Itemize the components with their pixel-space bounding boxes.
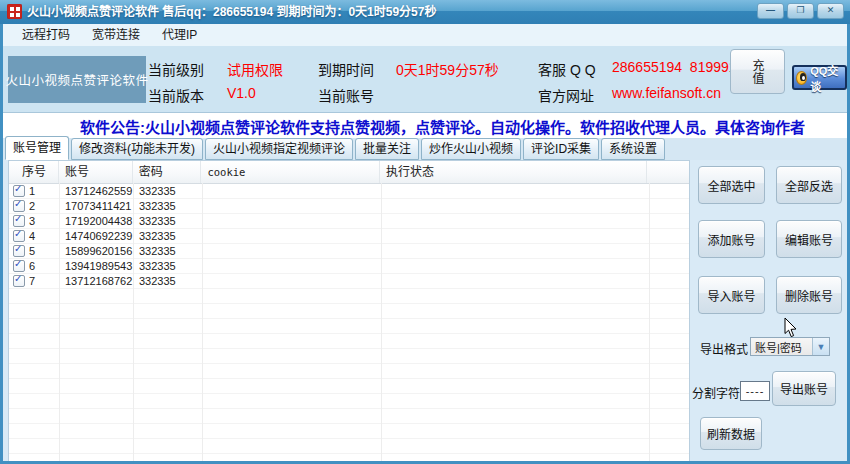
header-field-label: 当前级别 xyxy=(148,59,204,79)
checkbox-checked[interactable]: ✓ xyxy=(13,185,25,197)
minimize-icon[interactable]: — xyxy=(757,3,784,19)
table-row xyxy=(9,334,689,349)
tab-item[interactable]: 系统设置 xyxy=(601,138,665,160)
maximize-icon[interactable]: ❐ xyxy=(787,3,814,19)
table-row[interactable]: ✓713712168762332335 xyxy=(9,274,689,289)
delete-account-button[interactable]: 删除账号 xyxy=(776,276,842,314)
table-row[interactable]: ✓414740692239332335 xyxy=(9,229,689,244)
edit-account-button[interactable]: 编辑账号 xyxy=(776,220,842,258)
tab-item[interactable]: 评论ID采集 xyxy=(523,138,599,160)
column-header[interactable]: 序号 xyxy=(9,161,59,183)
checkbox-checked[interactable]: ✓ xyxy=(13,245,25,257)
cell-account: 15899620156 xyxy=(59,245,133,257)
header-field-value: 试用权限 xyxy=(227,59,283,79)
cell-password: 332335 xyxy=(133,215,202,227)
checkbox-checked[interactable]: ✓ xyxy=(13,260,25,272)
table-row xyxy=(9,304,689,319)
app-icon xyxy=(7,4,22,19)
header-field-value: www.feifansoft.cn xyxy=(612,85,721,101)
cell-account: 17192004438 xyxy=(59,215,133,227)
table-row xyxy=(9,424,689,439)
select-all-button[interactable]: 全部选中 xyxy=(698,166,765,204)
qq-chat-button[interactable]: QQ交谈 xyxy=(792,65,847,90)
table-body: ✓113712462559332335✓217073411421332335✓3… xyxy=(9,184,689,461)
table-row[interactable]: ✓613941989543332335 xyxy=(9,259,689,274)
cell-num: ✓7 xyxy=(9,275,59,287)
tab-content: 序号账号密码cookie执行状态 ✓113712462559332335✓217… xyxy=(3,160,847,461)
split-char-input[interactable]: ---- xyxy=(740,381,770,401)
column-header[interactable]: 账号 xyxy=(59,161,133,183)
split-char-label: 分割字符 xyxy=(692,384,740,401)
header-field-label: 官方网址 xyxy=(538,85,594,105)
account-table: 序号账号密码cookie执行状态 ✓113712462559332335✓217… xyxy=(8,160,690,461)
export-format-label: 导出格式 xyxy=(700,340,748,357)
column-header[interactable]: cookie xyxy=(201,161,379,183)
cell-num: ✓6 xyxy=(9,260,59,272)
tab-item[interactable]: 批量关注 xyxy=(355,138,419,160)
cell-account: 13941989543 xyxy=(59,260,133,272)
cell-num: ✓5 xyxy=(9,245,59,257)
invert-selection-button[interactable]: 全部反选 xyxy=(776,166,842,204)
tab-active[interactable]: 账号管理 xyxy=(5,136,69,160)
table-row xyxy=(9,394,689,409)
recharge-button[interactable]: 充值 xyxy=(730,49,785,94)
import-account-button[interactable]: 导入账号 xyxy=(698,276,765,314)
header-field-value: 0天1时59分57秒 xyxy=(396,59,499,79)
header-field-label: 当前版本 xyxy=(148,85,204,105)
tab-item[interactable]: 火山小视频指定视频评论 xyxy=(205,138,353,160)
column-header-filler xyxy=(647,161,689,183)
export-account-button[interactable]: 导出账号 xyxy=(772,371,836,406)
column-header[interactable]: 执行状态 xyxy=(380,161,647,183)
window-title: 火山小视频点赞评论软件 售后qq：286655194 到期时间为：0天1时59分… xyxy=(27,0,436,24)
cell-num: ✓1 xyxy=(9,185,59,197)
menu-item[interactable]: 远程打码 xyxy=(11,24,81,46)
close-icon[interactable]: ✕ xyxy=(817,3,844,19)
announcement-bar: 软件公告:火山小视频点赞评论软件支持点赞视频，点赞评论。自动化操作。软件招收代理… xyxy=(3,112,847,139)
app-logo: 火山小视频点赞评论软件 xyxy=(8,56,146,103)
client-area: 远程打码宽带连接代理IP 火山小视频点赞评论软件 当前级别试用权限到期时间0天1… xyxy=(3,24,847,461)
checkbox-checked[interactable]: ✓ xyxy=(13,275,25,287)
checkbox-checked[interactable]: ✓ xyxy=(13,230,25,242)
menu-item[interactable]: 宽带连接 xyxy=(81,24,151,46)
window-controls: — ❐ ✕ xyxy=(757,3,844,19)
column-separator xyxy=(649,183,650,461)
export-format-select[interactable]: 账号|密码 ▼ xyxy=(750,337,830,356)
tab-bar: 账号管理修改资料(功能未开发)火山小视频指定视频评论批量关注炒作火山小视频评论I… xyxy=(3,138,847,160)
chevron-down-icon: ▼ xyxy=(812,338,829,355)
title-bar: 火山小视频点赞评论软件 售后qq：286655194 到期时间为：0天1时59分… xyxy=(0,0,850,24)
tab-item[interactable]: 修改资料(功能未开发) xyxy=(71,138,203,160)
column-separator xyxy=(381,183,382,461)
checkbox-checked[interactable]: ✓ xyxy=(13,200,25,212)
table-row xyxy=(9,379,689,394)
refresh-data-button[interactable]: 刷新数据 xyxy=(700,417,762,450)
table-row xyxy=(9,349,689,364)
table-row xyxy=(9,439,689,454)
cell-account: 13712462559 xyxy=(59,185,133,197)
cell-num: ✓2 xyxy=(9,200,59,212)
column-separator xyxy=(59,183,60,461)
table-row[interactable]: ✓515899620156332335 xyxy=(9,244,689,259)
header-field-value: 286655194 8199917 xyxy=(612,59,744,75)
column-header[interactable]: 密码 xyxy=(133,161,202,183)
table-row xyxy=(9,289,689,304)
tab-item[interactable]: 炒作火山小视频 xyxy=(421,138,521,160)
cell-password: 332335 xyxy=(133,230,202,242)
column-separator xyxy=(133,183,134,461)
mouse-cursor xyxy=(784,318,798,338)
table-row xyxy=(9,409,689,424)
app-window: 火山小视频点赞评论软件 售后qq：286655194 到期时间为：0天1时59分… xyxy=(0,0,850,464)
table-row xyxy=(9,319,689,334)
menu-item[interactable]: 代理IP xyxy=(151,24,208,46)
add-account-button[interactable]: 添加账号 xyxy=(698,220,765,258)
cell-account: 13712168762 xyxy=(59,275,133,287)
table-row[interactable]: ✓217073411421332335 xyxy=(9,199,689,214)
table-row[interactable]: ✓113712462559332335 xyxy=(9,184,689,199)
header-field-label: 当前账号 xyxy=(318,85,374,105)
checkbox-checked[interactable]: ✓ xyxy=(13,215,25,227)
recharge-button-label: 充值 xyxy=(749,59,766,85)
cell-password: 332335 xyxy=(133,200,202,212)
cell-password: 332335 xyxy=(133,185,202,197)
table-row[interactable]: ✓317192004438332335 xyxy=(9,214,689,229)
cell-password: 332335 xyxy=(133,260,202,272)
cell-password: 332335 xyxy=(133,275,202,287)
